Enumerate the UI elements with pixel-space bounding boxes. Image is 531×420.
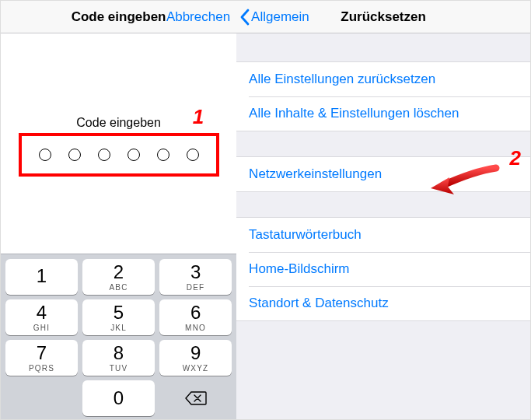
passcode-dot	[68, 149, 81, 161]
key-backspace[interactable]	[159, 380, 232, 416]
key-4[interactable]: 4GHI	[5, 299, 78, 335]
reset-group-3: Tastaturwörterbuch Home-Bildschirm Stand…	[236, 217, 530, 321]
key-9[interactable]: 9WXYZ	[159, 340, 232, 376]
passcode-dot	[98, 149, 110, 161]
passcode-dots-box	[19, 133, 219, 177]
passcode-title: Code eingeben	[72, 9, 166, 25]
key-3[interactable]: 3DEF	[159, 259, 232, 295]
row-reset-all-settings[interactable]: Alle Einstellungen zurücksetzen	[236, 62, 530, 96]
row-home-screen[interactable]: Home-Bildschirm	[236, 252, 530, 286]
key-5[interactable]: 5JKL	[82, 299, 155, 335]
numeric-keypad: 1 2ABC 3DEF 4GHI 5JKL 6MNO 7PQRS 8TUV 9W…	[1, 254, 236, 420]
cancel-button[interactable]: Abbrechen	[163, 1, 233, 33]
reset-header: Allgemein Zurücksetzen	[236, 1, 530, 33]
passcode-body: Code eingeben 1	[1, 33, 236, 254]
passcode-header: Code eingeben Abbrechen	[1, 1, 236, 33]
chevron-left-icon	[239, 9, 250, 26]
back-button[interactable]: Allgemein	[236, 9, 309, 26]
reset-group-1: Alle Einstellungen zurücksetzen Alle Inh…	[236, 61, 530, 131]
key-7[interactable]: 7PQRS	[5, 340, 78, 376]
passcode-dot	[157, 149, 169, 161]
reset-panel: Allgemein Zurücksetzen Alle Einstellunge…	[236, 1, 530, 420]
row-network-settings[interactable]: Netzwerkeinstellungen	[236, 157, 530, 191]
key-blank	[5, 380, 78, 416]
reset-group-2: Netzwerkeinstellungen	[236, 156, 530, 192]
passcode-dot	[39, 149, 51, 161]
passcode-dot	[187, 149, 199, 161]
passcode-dot	[128, 149, 140, 161]
key-8[interactable]: 8TUV	[82, 340, 155, 376]
backspace-icon	[185, 390, 207, 406]
row-erase-all[interactable]: Alle Inhalte & Einstellungen löschen	[236, 96, 530, 131]
row-keyboard-dictionary[interactable]: Tastaturwörterbuch	[236, 218, 530, 252]
annotation-1: 1	[193, 105, 204, 129]
key-0[interactable]: 0	[82, 380, 155, 416]
key-2[interactable]: 2ABC	[82, 259, 155, 295]
key-1[interactable]: 1	[5, 259, 78, 295]
back-label: Allgemein	[251, 9, 309, 25]
key-6[interactable]: 6MNO	[159, 299, 232, 335]
passcode-panel: Code eingeben Abbrechen Code eingeben 1 …	[1, 1, 236, 420]
row-location-privacy[interactable]: Standort & Datenschutz	[236, 286, 530, 320]
